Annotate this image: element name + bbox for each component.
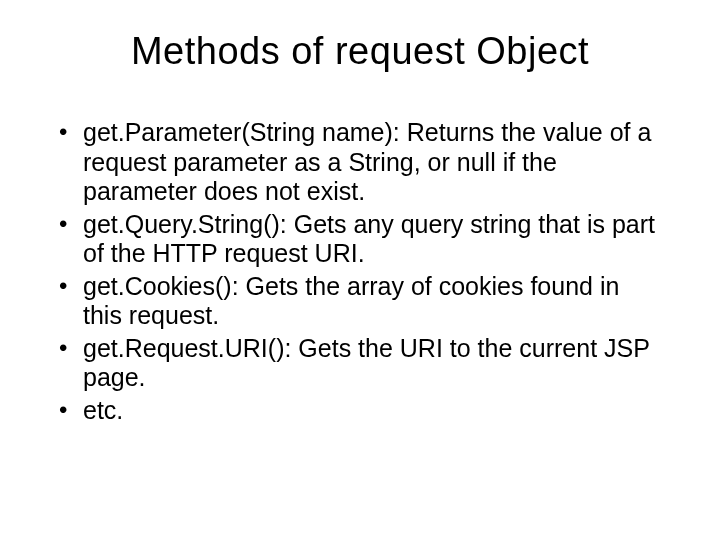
list-item: get.Request.URI(): Gets the URI to the c… xyxy=(55,334,665,393)
bullet-list: get.Parameter(String name): Returns the … xyxy=(55,118,665,425)
list-item: etc. xyxy=(55,396,665,426)
list-item: get.Cookies(): Gets the array of cookies… xyxy=(55,272,665,331)
list-item: get.Parameter(String name): Returns the … xyxy=(55,118,665,207)
list-item: get.Query.String(): Gets any query strin… xyxy=(55,210,665,269)
slide-title: Methods of request Object xyxy=(55,30,665,73)
